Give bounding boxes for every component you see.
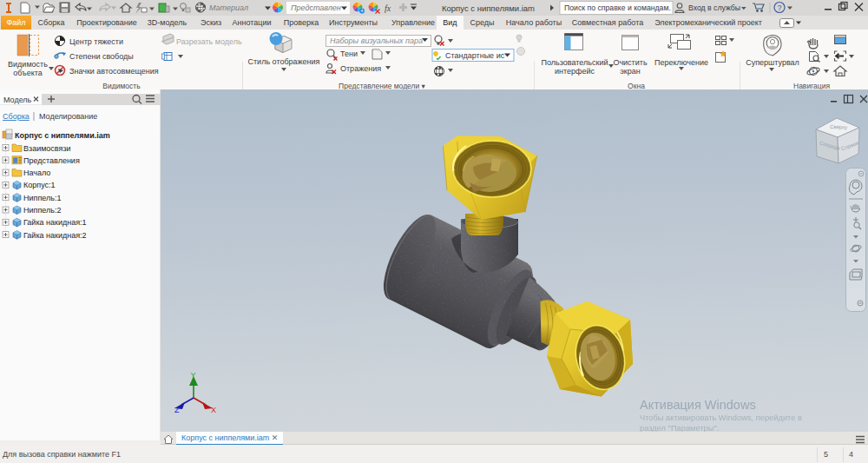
svg-text:Стандартные ис: Стандартные ис: [445, 51, 505, 60]
svg-text:Z: Z: [174, 406, 180, 414]
svg-text:Корпус с ниппелями.iam: Корпус с ниппелями.iam: [442, 3, 535, 13]
svg-text:Сверху: Сверху: [830, 124, 847, 130]
svg-text:Наборы визуальных пара: Наборы визуальных пара: [330, 36, 423, 45]
svg-text:Начало: Начало: [23, 169, 50, 177]
svg-text:Ниппель:2: Ниппель:2: [23, 206, 61, 215]
svg-text:Ниппель:1: Ниппель:1: [23, 194, 61, 202]
svg-text:+: +: [360, 8, 364, 14]
svg-text:Корпус с ниппелями.iam: Корпус с ниппелями.iam: [15, 131, 110, 140]
svg-text:X: X: [211, 406, 216, 414]
svg-text:Сборка: Сборка: [3, 112, 30, 121]
svg-text:Представлен: Представлен: [291, 3, 341, 12]
svg-text:Моделирование: Моделирование: [39, 112, 97, 121]
svg-text:Взаимосвязи: Взаимосвязи: [23, 144, 71, 153]
svg-text:Материал: Материал: [209, 3, 248, 12]
svg-text:?: ?: [778, 3, 782, 12]
svg-text:Поиск по справке и командам.: Поиск по справке и командам.: [564, 3, 671, 12]
svg-text:Представления: Представления: [23, 156, 80, 165]
svg-text:Гайка накидная:1: Гайка накидная:1: [23, 218, 87, 227]
svg-text:Вход в службы: Вход в службы: [688, 3, 740, 12]
svg-text:Гайка накидная:2: Гайка накидная:2: [23, 231, 87, 240]
svg-text:fx: fx: [385, 3, 391, 13]
svg-text:Корпус:1: Корпус:1: [23, 181, 56, 189]
svg-text:Y: Y: [191, 371, 196, 380]
svg-text:Модель: Модель: [3, 96, 32, 104]
